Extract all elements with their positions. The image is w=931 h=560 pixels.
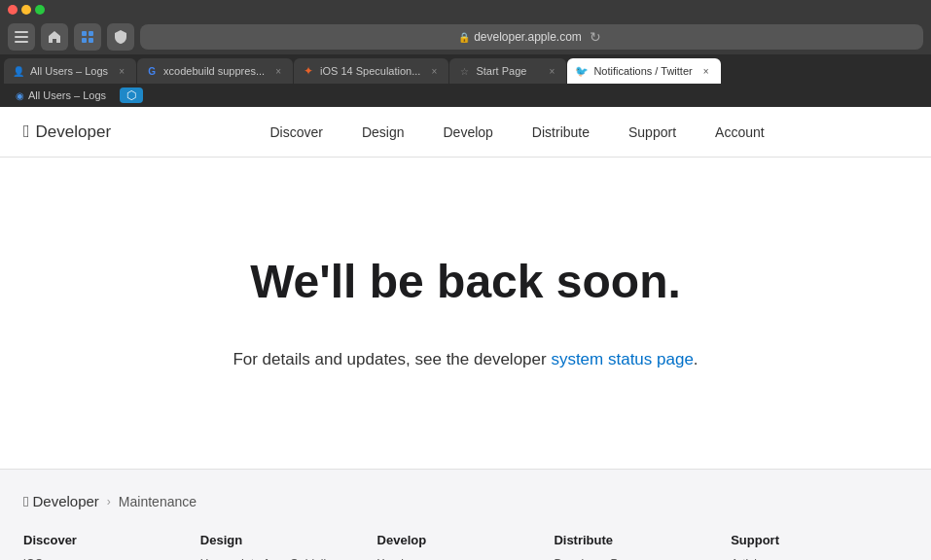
bookmarks-bar: ◉ All Users – Logs ⬡: [0, 84, 931, 107]
main-title: We'll be back soon.: [250, 255, 681, 308]
footer-column-develop: Develop Xcode: [377, 533, 555, 560]
bookmark-label-all-users: All Users – Logs: [28, 89, 106, 101]
tab-notifications[interactable]: 🐦 Notifications / Twitter ×: [567, 58, 720, 84]
tab-label-ios14: iOS 14 Speculation...: [320, 65, 420, 77]
minimize-window-button[interactable]: [21, 5, 31, 15]
tab-close-notifications[interactable]: ×: [699, 64, 713, 78]
tab-close-xcodebuild[interactable]: ×: [271, 64, 285, 78]
nav-item-distribute[interactable]: Distribute: [513, 107, 609, 158]
nav-item-support[interactable]: Support: [609, 107, 696, 158]
browser-titlebar: [0, 0, 931, 19]
nav-bar:  Developer Discover Design Develop Dist…: [0, 107, 931, 158]
nav-item-discover[interactable]: Discover: [250, 107, 341, 158]
tab-start[interactable]: ☆ Start Page ×: [449, 58, 566, 84]
maximize-window-button[interactable]: [35, 5, 45, 15]
tab-label-xcodebuild: xcodebuild suppres...: [163, 65, 265, 77]
svg-rect-3: [82, 31, 87, 36]
bookmark-favicon-azure: ⬡: [125, 89, 137, 101]
tab-close-ios14[interactable]: ×: [427, 64, 441, 78]
breadcrumb-current: Maintenance: [119, 494, 197, 509]
subtitle-suffix: .: [694, 350, 698, 368]
home-button[interactable]: [41, 23, 68, 51]
lock-icon: 🔒: [458, 32, 470, 43]
tab-label-all-users: All Users – Logs: [30, 65, 108, 77]
footer-col-title-design: Design: [200, 533, 358, 547]
tabs-bar: 👤 All Users – Logs × G xcodebuild suppre…: [0, 54, 931, 84]
footer-col-title-distribute: Distribute: [554, 533, 711, 547]
status-page-link[interactable]: system status page: [551, 350, 693, 368]
footer-col-title-develop: Develop: [377, 533, 535, 547]
tab-favicon-start: ☆: [457, 64, 471, 78]
footer-col-title-support: Support: [731, 533, 888, 547]
browser-toolbar: 🔒 developer.apple.com ↻: [0, 19, 931, 54]
bookmark-favicon-all-users: ◉: [14, 89, 25, 101]
shield-button[interactable]: [107, 23, 134, 51]
close-window-button[interactable]: [8, 5, 18, 15]
tab-all-users[interactable]: 👤 All Users – Logs ×: [4, 58, 136, 84]
tab-close-all-users[interactable]: ×: [115, 64, 128, 78]
sidebar-toggle-button[interactable]: [8, 23, 35, 51]
svg-rect-0: [15, 31, 28, 33]
url-text: developer.apple.com: [474, 30, 582, 44]
footer-columns: Discover iOS Design Human Interface Guid…: [23, 533, 908, 560]
svg-rect-2: [15, 41, 28, 43]
tab-label-notifications: Notifications / Twitter: [593, 65, 692, 77]
footer-breadcrumb:  Developer › Maintenance: [23, 493, 908, 509]
nav-item-design[interactable]: Design: [342, 107, 424, 158]
footer-column-discover: Discover iOS: [23, 533, 200, 560]
svg-rect-6: [89, 38, 93, 43]
bookmark-azure[interactable]: ⬡: [120, 88, 143, 103]
footer-developer-label: Developer: [32, 493, 98, 509]
nav-logo[interactable]:  Developer: [23, 122, 111, 142]
breadcrumb-separator: ›: [107, 495, 111, 508]
main-content: We'll be back soon. For details and upda…: [0, 158, 931, 469]
nav-item-develop[interactable]: Develop: [423, 107, 512, 158]
tab-xcodebuild[interactable]: G xcodebuild suppres... ×: [137, 58, 293, 84]
svg-rect-5: [82, 38, 87, 43]
svg-rect-1: [15, 36, 28, 38]
main-subtitle: For details and updates, see the develop…: [233, 347, 698, 372]
extensions-button[interactable]: [74, 23, 101, 51]
footer-column-distribute: Distribute Developer Program: [554, 533, 731, 560]
footer-apple-icon: : [23, 493, 28, 509]
tab-ios14[interactable]: ✦ iOS 14 Speculation... ×: [294, 58, 448, 84]
tab-favicon-xcodebuild: G: [145, 64, 159, 78]
bookmark-all-users[interactable]: ◉ All Users – Logs: [8, 88, 112, 103]
footer-col-title-discover: Discover: [23, 533, 181, 547]
nav-item-account[interactable]: Account: [696, 107, 784, 158]
footer-column-support: Support Articles: [731, 533, 908, 560]
footer-column-design: Design Human Interface Guidelines: [200, 533, 377, 560]
apple-logo-icon: : [23, 122, 30, 142]
tab-favicon-ios14: ✦: [302, 64, 315, 78]
footer:  Developer › Maintenance Discover iOS D…: [0, 469, 931, 560]
tab-label-start: Start Page: [476, 65, 538, 77]
tab-favicon-notifications: 🐦: [575, 64, 589, 78]
reload-button[interactable]: ↻: [586, 27, 605, 47]
tab-favicon-all-users: 👤: [12, 64, 25, 78]
svg-rect-4: [89, 31, 93, 36]
footer-logo[interactable]:  Developer: [23, 493, 99, 509]
address-bar[interactable]: 🔒 developer.apple.com ↻: [140, 24, 923, 50]
traffic-lights: [8, 5, 45, 15]
tab-close-start[interactable]: ×: [545, 64, 558, 78]
nav-developer-label: Developer: [36, 122, 112, 142]
nav-items: Discover Design Develop Distribute Suppo…: [126, 107, 908, 158]
subtitle-prefix: For details and updates, see the develop…: [233, 350, 551, 368]
